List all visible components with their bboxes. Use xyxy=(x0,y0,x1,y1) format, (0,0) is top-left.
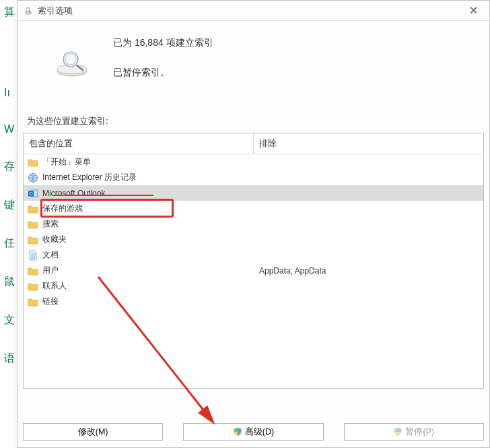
location-label: 用户 xyxy=(42,265,59,276)
shield-icon xyxy=(393,427,403,437)
location-label: 「开始」菜单 xyxy=(42,156,91,168)
magnifier-art xyxy=(48,46,96,79)
table-row[interactable]: 用户AppData; AppData xyxy=(24,263,483,278)
svg-point-1 xyxy=(26,7,30,11)
folder-icon xyxy=(28,282,38,291)
indexing-paused-text: 已暂停索引。 xyxy=(113,67,213,79)
table-row[interactable]: 链接 xyxy=(24,294,483,309)
location-cell: 收藏夹 xyxy=(24,234,254,245)
folder-icon xyxy=(28,204,38,214)
indexing-options-dialog: 索引选项 ✕ 已为 16,884 项建立索引 已暂停索引。 为这些位置建立索引:… xyxy=(17,0,490,448)
shield-icon xyxy=(233,427,242,437)
dialog-title: 索引选项 xyxy=(38,5,462,17)
button-bar: 修改(M) 高级(D) 暂停(P) xyxy=(23,423,484,441)
pause-button[interactable]: 暂停(P) xyxy=(344,423,484,441)
modify-button[interactable]: 修改(M) xyxy=(23,423,163,441)
table-row[interactable]: 搜索 xyxy=(24,216,483,232)
svg-text:O: O xyxy=(29,191,33,196)
folder-icon xyxy=(28,220,38,229)
doc-icon xyxy=(28,251,38,260)
location-label: 链接 xyxy=(42,296,59,307)
location-label: 搜索 xyxy=(42,218,59,230)
location-cell: 链接 xyxy=(24,296,254,307)
table-row[interactable]: 联系人 xyxy=(24,278,483,294)
table-body: 「开始」菜单Internet Explorer 历史记录OMicrosoft O… xyxy=(24,154,483,388)
location-cell: Internet Explorer 历史记录 xyxy=(24,172,254,183)
location-cell: 联系人 xyxy=(24,280,254,292)
folder-icon xyxy=(28,235,38,245)
close-button[interactable]: ✕ xyxy=(462,4,484,17)
outlook-icon: O xyxy=(28,189,38,198)
table-row[interactable]: 收藏夹 xyxy=(24,232,483,247)
indexing-icon xyxy=(23,5,34,16)
annotation-highlight-outlook xyxy=(40,199,174,218)
svg-point-6 xyxy=(65,54,76,65)
location-cell: 用户 xyxy=(24,265,254,276)
location-cell: 「开始」菜单 xyxy=(24,156,254,168)
location-label: 文档 xyxy=(42,249,59,261)
location-label: Internet Explorer 历史记录 xyxy=(42,172,137,183)
location-label: 收藏夹 xyxy=(42,234,67,245)
location-cell: OMicrosoft Outlook xyxy=(24,189,254,198)
table-row[interactable]: 文档 xyxy=(24,247,483,263)
locations-label: 为这些位置建立索引: xyxy=(27,115,489,127)
folder-icon xyxy=(28,266,38,276)
globe-icon xyxy=(28,173,38,183)
titlebar: 索引选项 ✕ xyxy=(18,1,489,21)
table-row[interactable]: Internet Explorer 历史记录 xyxy=(24,170,483,185)
items-indexed-text: 已为 16,884 项建立索引 xyxy=(113,37,213,49)
location-cell: 文档 xyxy=(24,249,254,261)
location-cell: 搜索 xyxy=(24,218,254,230)
annotation-strike xyxy=(54,195,153,196)
table-header: 包含的位置 排除 xyxy=(24,133,483,154)
folder-icon xyxy=(28,297,38,307)
status-area: 已为 16,884 项建立索引 已暂停索引。 xyxy=(18,21,489,86)
location-label: 联系人 xyxy=(42,280,67,292)
table-row[interactable]: 「开始」菜单 xyxy=(24,154,483,170)
locations-table: 包含的位置 排除 「开始」菜单Internet Explorer 历史记录OMi… xyxy=(23,133,484,389)
background-peek: 算 Iı W 存 键 任 鼠 文 语 xyxy=(0,0,17,448)
advanced-button[interactable]: 高级(D) xyxy=(183,423,323,441)
col-included[interactable]: 包含的位置 xyxy=(24,133,254,154)
location-label: Microsoft Outlook xyxy=(42,189,105,198)
folder-icon xyxy=(28,158,38,167)
exclude-cell: AppData; AppData xyxy=(254,266,483,276)
col-excluded[interactable]: 排除 xyxy=(254,133,483,154)
